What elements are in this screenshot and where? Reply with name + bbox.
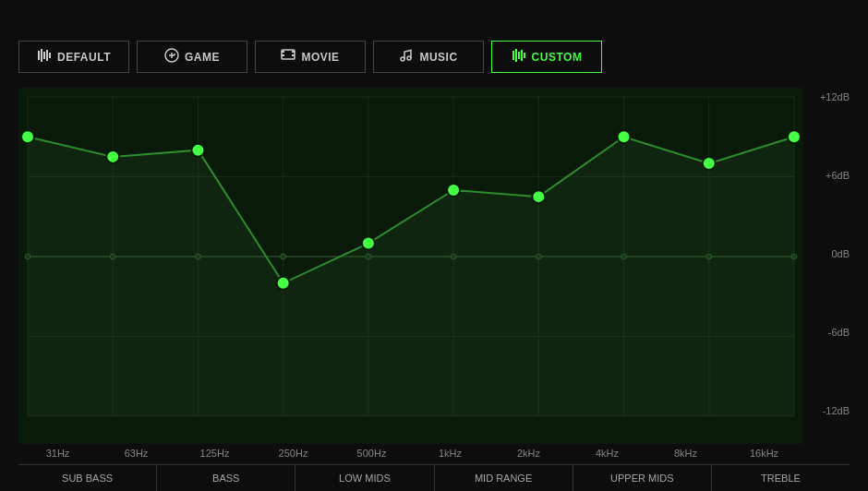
- preset-buttons: DEFAULTGAMEMOVIEMUSICCUSTOM: [18, 41, 850, 73]
- svg-point-38: [281, 254, 286, 259]
- default-icon: [37, 48, 52, 66]
- svg-point-6: [174, 54, 175, 55]
- preset-label-custom: CUSTOM: [532, 51, 583, 64]
- eq-dot-2kHz[interactable]: [532, 190, 545, 203]
- svg-rect-16: [518, 52, 520, 59]
- freq-label: 16kHz: [725, 448, 803, 459]
- svg-point-35: [25, 254, 30, 259]
- eq-svg: [18, 88, 803, 444]
- svg-point-42: [621, 254, 627, 259]
- band-label: UPPER MIDS: [573, 465, 712, 491]
- preset-btn-movie[interactable]: MOVIE: [255, 41, 366, 73]
- eq-graph-container: +12dB+6dB0dB-6dB-12dB: [18, 88, 850, 444]
- eq-dot-4kHz[interactable]: [618, 130, 631, 143]
- eq-dot-500Hz[interactable]: [362, 237, 375, 250]
- svg-rect-14: [512, 51, 514, 60]
- preset-btn-music[interactable]: MUSIC: [373, 41, 484, 73]
- svg-rect-11: [292, 54, 295, 56]
- svg-point-36: [110, 254, 115, 259]
- svg-rect-10: [292, 51, 295, 53]
- freq-label: 63Hz: [97, 448, 175, 459]
- preset-btn-custom[interactable]: CUSTOM: [491, 41, 602, 73]
- freq-label: 250Hz: [254, 448, 332, 459]
- eq-dot-250Hz[interactable]: [277, 277, 290, 290]
- preset-btn-default[interactable]: DEFAULT: [18, 41, 129, 73]
- freq-label: 1kHz: [411, 448, 489, 459]
- eq-graph[interactable]: [18, 88, 803, 444]
- svg-rect-18: [524, 53, 525, 58]
- freq-label: 2kHz: [489, 448, 568, 459]
- game-icon: [164, 48, 179, 66]
- band-label: BASS: [157, 465, 295, 491]
- eq-dot-31Hz[interactable]: [21, 130, 34, 143]
- preset-label-music: MUSIC: [419, 51, 457, 64]
- preset-label-movie: MOVIE: [301, 51, 339, 64]
- preset-label-default: DEFAULT: [57, 51, 111, 64]
- music-icon: [399, 48, 414, 66]
- freq-label: 4kHz: [568, 448, 646, 459]
- svg-point-13: [407, 56, 411, 60]
- svg-rect-0: [38, 51, 40, 60]
- eq-area: +12dB+6dB0dB-6dB-12dB 31Hz63Hz125Hz250Hz…: [18, 88, 850, 491]
- freq-labels: 31Hz63Hz125Hz250Hz500Hz1kHz2kHz4kHz8kHz1…: [18, 448, 850, 459]
- svg-rect-17: [521, 50, 523, 61]
- eq-dot-16kHz[interactable]: [788, 130, 801, 143]
- eq-dot-1kHz[interactable]: [447, 184, 460, 197]
- freq-label: 31Hz: [18, 448, 97, 459]
- db-label: +6dB: [826, 170, 850, 181]
- svg-rect-1: [41, 49, 42, 62]
- band-label: LOW MIDS: [295, 465, 434, 491]
- svg-rect-3: [46, 50, 48, 61]
- db-labels-right: +12dB+6dB0dB-6dB-12dB: [803, 88, 850, 444]
- band-label: MID RANGE: [435, 465, 573, 491]
- db-label: -6dB: [828, 327, 850, 338]
- freq-label: 8kHz: [646, 448, 725, 459]
- freq-label: 500Hz: [332, 448, 411, 459]
- band-labels: SUB BASSBASSLOW MIDSMID RANGEUPPER MIDST…: [18, 464, 850, 491]
- preset-label-game: GAME: [185, 51, 220, 64]
- svg-point-43: [706, 254, 712, 259]
- eq-dot-125Hz[interactable]: [191, 144, 204, 157]
- band-label: TREBLE: [712, 465, 850, 491]
- freq-label: 125Hz: [175, 448, 254, 459]
- svg-point-37: [195, 254, 200, 259]
- svg-rect-8: [282, 51, 284, 53]
- svg-point-41: [536, 254, 541, 259]
- movie-icon: [281, 48, 295, 66]
- svg-rect-4: [49, 53, 51, 58]
- eq-dot-8kHz[interactable]: [703, 157, 716, 170]
- svg-rect-15: [515, 49, 517, 62]
- db-label: 0dB: [831, 248, 850, 259]
- svg-rect-9: [282, 54, 284, 56]
- svg-point-39: [366, 254, 371, 259]
- svg-point-40: [451, 254, 456, 259]
- svg-point-44: [791, 254, 797, 259]
- custom-icon: [512, 48, 526, 66]
- main-container: DEFAULTGAMEMOVIEMUSICCUSTOM +12dB+6dB0dB…: [0, 0, 868, 491]
- band-label: SUB BASS: [18, 465, 157, 491]
- eq-dot-63Hz[interactable]: [106, 150, 119, 163]
- svg-point-12: [401, 57, 404, 61]
- preset-btn-game[interactable]: GAME: [137, 41, 247, 73]
- svg-rect-2: [43, 52, 45, 59]
- db-label: -12dB: [823, 405, 850, 416]
- db-label: +12dB: [820, 91, 850, 102]
